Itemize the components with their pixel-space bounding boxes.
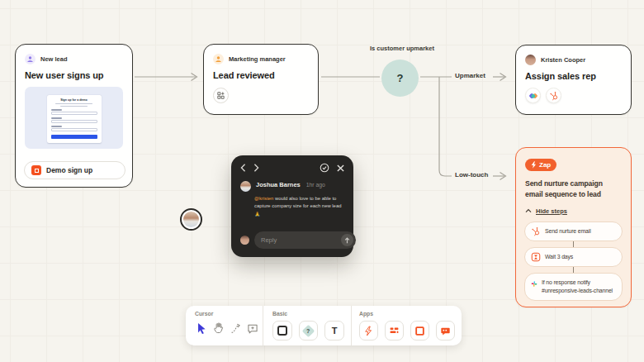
branch-label-low-touch: Low-touch xyxy=(455,171,488,179)
joshua-avatar xyxy=(240,181,251,192)
decision-diamond-tool[interactable]: ? xyxy=(299,321,319,341)
canvas-toolbar: Cursor xyxy=(186,306,462,345)
zap-step-notify-channel[interactable]: If no response notify #unresponsive-lead… xyxy=(524,273,623,301)
chevron-up-icon xyxy=(525,208,532,213)
form-field-label xyxy=(51,109,62,111)
node-lead-reviewed[interactable]: Marketing manager Lead reviewed xyxy=(203,44,319,115)
zap-steps-list: Send nurture email Wait 3 days If no res xyxy=(525,221,622,301)
current-user-avatar xyxy=(240,236,249,245)
pan-hand-tool[interactable] xyxy=(212,321,226,336)
slack-icon xyxy=(531,279,537,289)
form-title: Sign up for a demo xyxy=(51,98,97,102)
demo-sign-up-button[interactable]: Demo sign up xyxy=(24,161,125,179)
zap-app-tool[interactable] xyxy=(359,321,378,341)
node-new-user-signs-up[interactable]: New lead New user signs up Sign up for a… xyxy=(15,44,133,188)
prev-comment-button[interactable] xyxy=(240,164,246,172)
select-cursor-tool[interactable] xyxy=(195,321,209,336)
text-tool[interactable]: T xyxy=(324,321,344,341)
node-title: Lead reviewed xyxy=(213,70,309,80)
node-assign-sales-rep[interactable]: Kristen Cooper Assign sales rep xyxy=(515,45,632,115)
form-subtitle-line xyxy=(60,106,87,107)
kristen-avatar xyxy=(525,55,536,65)
arrowhead-icon xyxy=(500,74,506,81)
send-reply-button[interactable] xyxy=(341,234,353,246)
node-role-label: New lead xyxy=(40,55,68,63)
toolbar-section-label: Basic xyxy=(272,311,351,317)
app-icon-button[interactable] xyxy=(525,88,541,103)
form-field-label xyxy=(51,126,62,127)
zap-badge: Zap xyxy=(525,159,556,171)
comment-plus-icon xyxy=(247,323,258,334)
step-label: If no response notify #unresponsive-lead… xyxy=(542,279,616,295)
zap-bolt-icon xyxy=(531,161,537,169)
form-submit-button xyxy=(51,135,97,139)
reply-input-box[interactable] xyxy=(254,231,356,249)
connector-curve-icon xyxy=(230,323,241,334)
hide-steps-toggle[interactable]: Hide steps xyxy=(525,207,622,215)
branch-label-upmarket: Upmarket xyxy=(455,72,485,79)
comment-pin[interactable] xyxy=(180,208,202,231)
arrow-up-icon xyxy=(344,237,350,244)
step-connector xyxy=(573,267,575,273)
tables-app-tool[interactable] xyxy=(385,321,404,341)
joshua-avatar xyxy=(183,212,199,227)
form-field-input xyxy=(51,120,97,124)
chatbots-app-tool[interactable] xyxy=(436,321,455,341)
node-title: Assign sales rep xyxy=(525,71,622,81)
decision-symbol: ? xyxy=(397,72,404,84)
add-comment-tool[interactable] xyxy=(246,321,260,336)
zapier-tables-icon xyxy=(389,326,400,336)
check-circle-icon xyxy=(320,163,329,173)
next-comment-button[interactable] xyxy=(253,164,259,172)
decision-node[interactable]: ? xyxy=(381,60,419,97)
mention-kristen[interactable]: @kristen xyxy=(254,196,273,201)
edge-decision-to-lowtouch xyxy=(439,77,452,176)
comment-popup: Joshua Barnes 1hr ago @kristen would als… xyxy=(231,155,353,257)
text-tool-icon: T xyxy=(332,326,338,336)
zapier-zap-icon xyxy=(363,326,374,336)
interfaces-app-tool[interactable] xyxy=(410,321,429,341)
zap-step-send-nurture-email[interactable]: Send nurture email xyxy=(524,221,623,241)
workflow-canvas[interactable]: New lead New user signs up Sign up for a… xyxy=(0,0,644,362)
signup-form-preview: Sign up for a demo xyxy=(25,87,123,149)
delay-icon xyxy=(531,252,541,262)
node-title: New user signs up xyxy=(25,70,123,80)
zapier-interfaces-icon xyxy=(414,326,425,336)
signup-form-card: Sign up for a demo xyxy=(47,95,102,143)
hide-steps-label: Hide steps xyxy=(536,207,567,215)
new-lead-avatar-icon xyxy=(25,54,36,64)
shape-square-tool[interactable] xyxy=(272,321,292,341)
node-role-label: Marketing manager xyxy=(229,55,286,63)
demo-app-icon xyxy=(31,165,41,175)
connector-tool[interactable] xyxy=(229,321,243,336)
comment-author: Joshua Barnes xyxy=(256,181,301,188)
hubspot-icon xyxy=(549,91,559,101)
close-popup-button[interactable] xyxy=(337,164,344,172)
resolve-comment-button[interactable] xyxy=(320,163,329,173)
arrowhead-icon xyxy=(500,173,506,180)
add-app-button[interactable] xyxy=(213,88,229,103)
zap-step-wait-3-days[interactable]: Wait 3 days xyxy=(524,247,623,267)
form-field-label xyxy=(51,117,62,119)
node-zap-nurture-sequence[interactable]: Zap Send nurture campaign email sequence… xyxy=(515,147,632,307)
add-app-icon xyxy=(216,91,225,100)
chevron-left-icon xyxy=(240,164,246,172)
comment-timestamp: 1hr ago xyxy=(306,182,325,188)
reply-input[interactable] xyxy=(261,236,341,244)
form-field-input xyxy=(51,128,97,132)
cursor-arrow-icon xyxy=(197,322,207,334)
toolbar-section-label: Cursor xyxy=(195,311,263,317)
demo-sign-up-label: Demo sign up xyxy=(46,166,92,174)
marketing-manager-avatar-icon xyxy=(213,54,224,64)
multicolor-app-icon xyxy=(528,91,538,101)
zap-badge-label: Zap xyxy=(539,161,551,169)
zap-title: Send nurture campaign email sequence to … xyxy=(525,179,622,201)
app-icon-button[interactable] xyxy=(546,88,561,103)
arrowhead-icon xyxy=(192,74,197,81)
node-role-label: Kristen Cooper xyxy=(541,56,585,64)
form-subtitle-line xyxy=(55,103,92,105)
form-field-input xyxy=(51,112,97,116)
chevron-right-icon xyxy=(253,164,259,172)
toolbar-section-label: Apps xyxy=(359,311,462,317)
hand-icon xyxy=(213,322,224,334)
